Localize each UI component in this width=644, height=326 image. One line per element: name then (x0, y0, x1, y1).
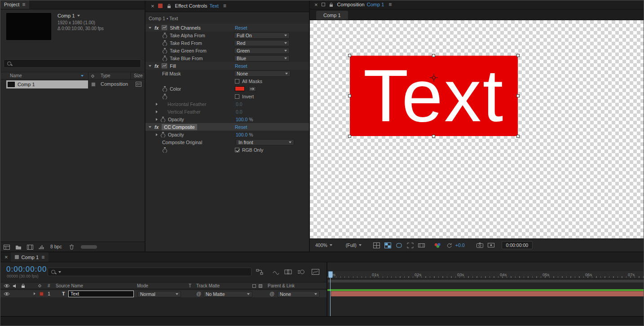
label-column-icon[interactable] (38, 284, 42, 288)
layer-visibility-eye-icon[interactable] (4, 292, 10, 296)
close-icon[interactable]: × (314, 2, 318, 8)
project-search-input[interactable] (4, 59, 141, 68)
tab-project[interactable]: Project ≡ (0, 0, 29, 9)
current-time-indicator-line[interactable] (330, 278, 331, 316)
show-snapshot-icon[interactable] (488, 242, 494, 248)
zoom-dropdown[interactable]: 400% (315, 242, 332, 248)
effect-header-shift-channels[interactable]: fx Shift Channels Reset (146, 24, 309, 31)
mini-flowchart-icon[interactable] (256, 269, 264, 275)
reset-effect-link[interactable]: Reset (235, 25, 247, 31)
effect-name[interactable]: Fill (170, 63, 176, 69)
sort-direction-icon[interactable] (81, 75, 84, 77)
mask-visibility-icon[interactable] (396, 242, 402, 248)
column-header-name[interactable]: Name (10, 73, 22, 78)
tab-effect-controls-layer[interactable]: Text (210, 3, 219, 9)
time-ruler[interactable]: 0s 01s 02s 03s 04s 05s 06s 07s (327, 271, 644, 279)
new-composition-icon[interactable] (27, 245, 33, 250)
take-alpha-from-dropdown[interactable]: Full On (234, 32, 290, 39)
region-of-interest-icon[interactable] (407, 242, 414, 248)
video-column-icon[interactable] (4, 284, 10, 288)
all-masks-checkbox[interactable] (235, 79, 239, 84)
parent-pickwhip-icon[interactable]: @ (269, 291, 274, 296)
project-item-row[interactable]: Comp 1 Composition (6, 80, 142, 88)
transparency-grid-icon[interactable] (384, 242, 391, 248)
stopwatch-icon[interactable] (162, 56, 167, 61)
stopwatch-icon[interactable] (160, 117, 165, 122)
lock-icon[interactable] (329, 2, 333, 7)
exposure-value[interactable]: +0.0 (455, 242, 465, 248)
anchor-point-icon[interactable] (430, 74, 438, 82)
selection-handle[interactable] (348, 94, 351, 97)
property-value[interactable]: 100.0 (236, 132, 247, 137)
stopwatch-icon[interactable] (162, 94, 167, 99)
twirl-open-icon[interactable] (149, 126, 151, 128)
graph-editor-icon[interactable] (312, 269, 319, 275)
stopwatch-icon[interactable] (162, 147, 167, 153)
panel-menu-icon[interactable]: ≡ (22, 1, 25, 8)
new-folder-icon[interactable] (15, 245, 22, 250)
layer-name-field[interactable]: Text (68, 291, 134, 297)
interpret-footage-icon[interactable] (4, 245, 10, 250)
panel-menu-icon[interactable]: ≡ (41, 254, 44, 260)
effect-name-selected[interactable]: CC Composite (162, 124, 197, 130)
pixel-aspect-icon[interactable] (418, 242, 425, 248)
take-red-from-dropdown[interactable]: Red (234, 40, 290, 46)
scrollbar-thumb[interactable] (81, 245, 97, 249)
project-item-name-cell[interactable]: Comp 1 (6, 80, 88, 88)
matte-pickwhip-icon[interactable]: @ (196, 291, 201, 296)
twirl-open-icon[interactable] (149, 65, 151, 67)
rgb-only-checkbox[interactable] (235, 148, 239, 152)
selection-handle[interactable] (516, 135, 520, 138)
eyedropper-icon[interactable] (249, 86, 256, 92)
panel-menu-icon[interactable]: ≡ (223, 3, 226, 9)
property-value[interactable]: 0.0 (236, 101, 243, 107)
column-header-track-matte[interactable]: Track Matte (196, 283, 220, 288)
take-blue-from-dropdown[interactable]: Blue (234, 55, 290, 62)
text-layer-rect[interactable]: Text (350, 56, 518, 136)
stopwatch-icon[interactable] (162, 33, 167, 38)
column-header-switches[interactable]: T (189, 283, 191, 288)
stopwatch-icon[interactable] (162, 40, 167, 46)
timeline-search-input[interactable] (48, 268, 251, 276)
composite-original-dropdown[interactable]: In front (236, 139, 294, 145)
column-header-index[interactable]: # (48, 283, 50, 288)
tab-composition-label[interactable]: Composition (337, 2, 365, 7)
waveform-icon[interactable] (39, 244, 44, 250)
column-header-source-name[interactable]: Source Name (56, 283, 83, 288)
snapshot-camera-icon[interactable] (476, 242, 483, 248)
viewer-tab-comp1[interactable]: Comp 1 (316, 11, 348, 20)
selection-handle[interactable] (348, 135, 351, 138)
column-divider[interactable] (130, 72, 131, 80)
fx-badge-icon[interactable]: fx (154, 25, 159, 31)
current-time-indicator-head[interactable] (328, 271, 333, 278)
lock-column-icon[interactable] (21, 283, 25, 288)
effect-header-fill[interactable]: fx Fill Reset (146, 62, 309, 70)
reset-effect-link[interactable]: Reset (235, 63, 247, 69)
work-area-bar[interactable] (327, 279, 644, 283)
selection-handle[interactable] (432, 54, 435, 57)
column-header-parent[interactable]: Parent & Link (268, 283, 295, 288)
effect-header-cc-composite[interactable]: fx CC Composite Reset (146, 123, 309, 131)
label-column-icon[interactable] (91, 74, 95, 78)
composition-canvas[interactable]: Text (310, 20, 644, 238)
tab-composition-name[interactable]: Comp 1 (367, 2, 384, 7)
fill-color-swatch[interactable] (235, 86, 245, 91)
column-divider[interactable] (88, 72, 88, 80)
column-header-mode[interactable]: Mode (137, 283, 148, 288)
effect-name[interactable]: Shift Channels (170, 25, 200, 31)
bit-depth-button[interactable]: 8 bpc (50, 244, 62, 249)
grid-guides-icon[interactable] (373, 242, 380, 248)
stopwatch-icon[interactable] (162, 48, 167, 53)
motion-blur-icon[interactable] (297, 269, 305, 275)
parent-dropdown[interactable]: None (277, 291, 320, 297)
tab-effect-controls-label[interactable]: Effect Controls (175, 3, 207, 9)
column-header-size[interactable]: Size (134, 73, 142, 78)
fx-badge-icon[interactable]: fx (154, 63, 159, 69)
layer-label-color-chip[interactable] (40, 292, 44, 296)
layer-twirl-icon[interactable] (34, 292, 35, 295)
frame-blend-icon[interactable] (284, 269, 292, 275)
close-icon[interactable]: × (4, 254, 8, 260)
delete-icon[interactable] (69, 244, 74, 250)
resolution-dropdown[interactable]: (Full) (346, 242, 362, 248)
invert-checkbox[interactable] (235, 94, 239, 99)
